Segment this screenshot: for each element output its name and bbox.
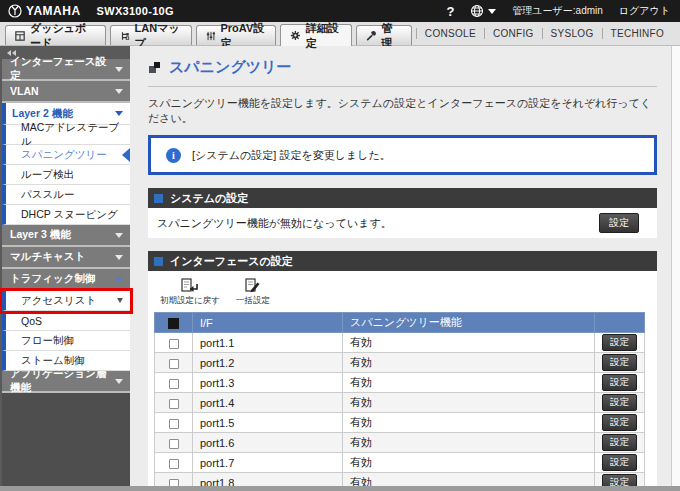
row-settings-button[interactable]: 設定 <box>602 374 637 391</box>
tab-management[interactable]: 管 理 <box>356 25 411 45</box>
sidebar-item-label: ストーム制御 <box>21 354 85 368</box>
system-settings-header: システムの設定 <box>148 188 657 208</box>
section-bullet-icon <box>154 194 163 203</box>
stp-status-cell: 有効 <box>343 373 595 393</box>
stp-status-cell: 有効 <box>343 353 595 373</box>
row-settings-button[interactable]: 設定 <box>602 354 637 371</box>
sidebar-item-vlan[interactable]: VLAN <box>2 81 130 103</box>
sidebar-item-application-layer[interactable]: アプリケーション層機能 <box>2 371 130 393</box>
window-bottom-edge <box>0 486 680 491</box>
page-title: スパニングツリー <box>148 58 657 77</box>
chevron-down-icon <box>115 277 123 282</box>
tab-advanced-settings[interactable]: 詳細設定 <box>280 24 352 46</box>
chevron-down-icon <box>115 233 123 238</box>
column-header-stp: スパニングツリー機能 <box>343 313 595 333</box>
link-config[interactable]: CONFIG <box>485 28 542 39</box>
table-row: port1.4 有効 設定 <box>155 393 645 413</box>
port-name-cell: port1.1 <box>193 333 343 353</box>
tuning-fork-icon <box>8 4 22 18</box>
port-name-cell: port1.4 <box>193 393 343 413</box>
help-button[interactable]: ? <box>446 4 454 19</box>
reset-defaults-button[interactable]: 初期設定に戻す <box>160 278 220 307</box>
tab-lanmap[interactable]: LANマップ <box>110 25 192 45</box>
sidebar-item-layer3[interactable]: Layer 3 機能 <box>2 225 130 247</box>
interface-settings-header: インターフェースの設定 <box>148 251 657 271</box>
sidebar-item-dhcp-snooping[interactable]: DHCP スヌーピング <box>2 205 130 225</box>
sidebar-item-label: インターフェース設定 <box>10 55 115 83</box>
yamaha-logo: YAMAHA <box>8 4 81 18</box>
sidebar-item-flow-control[interactable]: フロー制御 <box>2 331 130 351</box>
row-settings-button[interactable]: 設定 <box>602 454 637 471</box>
sidebar-item-loop-detection[interactable]: ループ検出 <box>2 165 130 185</box>
sidebar-item-traffic-control[interactable]: トラフィック制御 <box>2 269 130 291</box>
sidebar-item-label: トラフィック制御 <box>10 272 95 286</box>
sidebar-item-label: アプリケーション層機能 <box>10 367 115 395</box>
table-row: port1.5 有効 設定 <box>155 413 645 433</box>
system-settings-body: スパニングツリー機能が無効になっています。 設定 <box>148 208 657 238</box>
logged-in-user: 管理ユーザー:admin <box>512 4 602 18</box>
table-row: port1.1 有効 設定 <box>155 333 645 353</box>
tab-proav[interactable]: ProAV設定 <box>196 25 277 45</box>
row-checkbox[interactable] <box>169 379 179 389</box>
sidebar-item-mac-address-table[interactable]: MACアドレステーブル <box>2 125 130 145</box>
sidebar-item-label: ループ検出 <box>21 168 74 182</box>
sidebar-item-multicast[interactable]: マルチキャスト <box>2 247 130 269</box>
row-settings-button[interactable]: 設定 <box>602 334 637 351</box>
row-checkbox[interactable] <box>169 399 179 409</box>
interface-table-body: port1.1 有効 設定 port1.2 有効 設定 <box>155 333 645 491</box>
row-checkbox[interactable] <box>169 419 179 429</box>
page-description: スパニングツリー機能を設定します。システムの設定とインターフェースの設定をそれぞ… <box>148 96 657 126</box>
link-console[interactable]: CONSOLE <box>417 28 484 39</box>
row-settings-button[interactable]: 設定 <box>602 414 637 431</box>
system-settings-button[interactable]: 設定 <box>599 213 639 233</box>
link-techinfo[interactable]: TECHINFO <box>603 28 673 39</box>
table-toolbar: 初期設定に戻す 一括設定 <box>154 275 645 310</box>
logout-button[interactable]: ログアウト <box>619 4 670 18</box>
link-syslog[interactable]: SYSLOG <box>543 28 602 39</box>
chevron-down-icon <box>115 111 123 116</box>
port-name-cell: port1.7 <box>193 453 343 473</box>
lanmap-icon <box>120 30 130 42</box>
port-name-cell: port1.6 <box>193 433 343 453</box>
sidebar-filler <box>2 393 130 491</box>
sidebar-item-qos[interactable]: QoS <box>2 311 130 331</box>
table-row: port1.2 有効 設定 <box>155 353 645 373</box>
sidebar-item-label: VLAN <box>10 85 39 97</box>
sidebar-item-access-list[interactable]: アクセスリスト <box>2 291 130 311</box>
page-title-icon <box>148 61 161 74</box>
row-checkbox[interactable] <box>169 359 179 369</box>
wrench-icon <box>366 30 376 42</box>
row-checkbox[interactable] <box>169 459 179 469</box>
tool-label: 一括設定 <box>236 295 270 307</box>
chevron-down-icon <box>117 298 123 303</box>
row-checkbox[interactable] <box>169 439 179 449</box>
sidebar-item-interface-settings[interactable]: インターフェース設定 <box>2 59 130 81</box>
sliders-icon <box>206 30 216 42</box>
stp-status-cell: 有効 <box>343 393 595 413</box>
sidebar-item-label: Layer 2 機能 <box>12 107 73 121</box>
sidebar-item-spanning-tree[interactable]: スパニングツリー <box>2 145 130 165</box>
interface-table: I/F スパニングツリー機能 port1.1 有効 設定 <box>154 312 645 491</box>
stp-status-cell: 有効 <box>343 413 595 433</box>
top-bar-right: ? 管理ユーザー:admin ログアウト <box>446 4 670 19</box>
row-settings-button[interactable]: 設定 <box>602 434 637 451</box>
row-settings-button[interactable]: 設定 <box>602 394 637 411</box>
select-all-checkbox[interactable] <box>168 318 179 329</box>
sidebar-item-label: Layer 3 機能 <box>10 228 71 242</box>
notification-banner: i [システムの設定] 設定を変更しました。 <box>148 135 657 175</box>
tab-dashboard[interactable]: ダッシュボード <box>5 25 106 45</box>
batch-settings-button[interactable]: 一括設定 <box>236 278 270 307</box>
model-name: SWX3100-10G <box>97 5 174 17</box>
sidebar-item-label: アクセスリスト <box>21 294 96 308</box>
language-selector[interactable] <box>470 4 496 18</box>
dashboard-icon <box>15 30 25 42</box>
tool-label: 初期設定に戻す <box>160 295 220 307</box>
sidebar-item-passthrough[interactable]: パススルー <box>2 185 130 205</box>
sidebar-item-label: マルチキャスト <box>10 250 85 264</box>
chevron-down-icon <box>488 9 496 14</box>
chevron-down-icon <box>115 89 123 94</box>
sidebar-item-storm-control[interactable]: ストーム制御 <box>2 351 130 371</box>
app-window: YAMAHA SWX3100-10G ? 管理ユーザー:admin ログアウト <box>0 0 680 491</box>
row-checkbox[interactable] <box>169 339 179 349</box>
title-divider <box>148 86 657 87</box>
